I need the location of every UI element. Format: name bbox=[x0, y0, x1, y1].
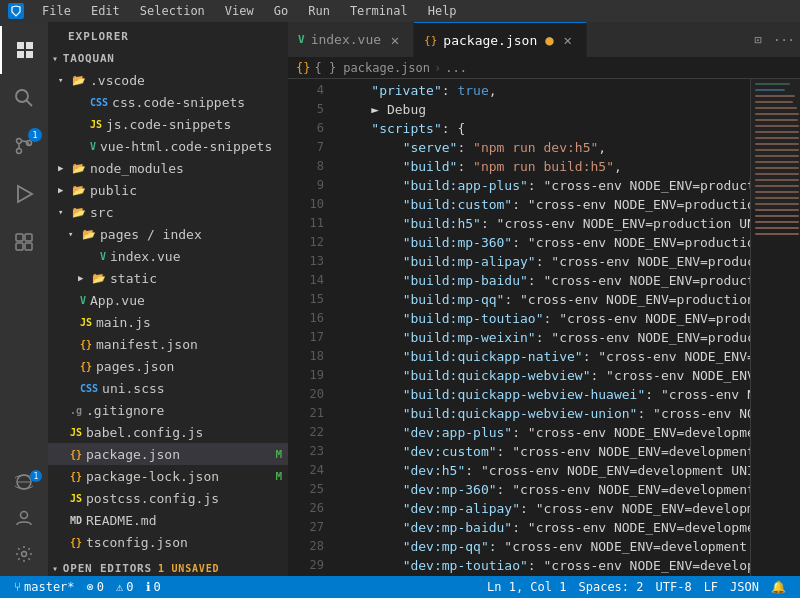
status-bar: ⑂ master* ⊗ 0 ⚠ 0 ℹ 0 Ln 1, Col 1 Spaces… bbox=[0, 576, 800, 598]
activity-search[interactable] bbox=[0, 74, 48, 122]
tree-item-package-json[interactable]: {}package.jsonM bbox=[48, 443, 288, 465]
tree-item-manifest-json[interactable]: {}manifest.json bbox=[48, 333, 288, 355]
tree-item-App-vue[interactable]: VApp.vue bbox=[48, 289, 288, 311]
svg-rect-6 bbox=[16, 234, 23, 241]
tree-item--vscode[interactable]: ▾📂.vscode bbox=[48, 69, 288, 91]
activity-bar: 1 1 bbox=[0, 22, 48, 576]
activity-remote[interactable]: 1 bbox=[0, 464, 48, 500]
info-status[interactable]: ℹ 0 bbox=[140, 576, 167, 598]
svg-rect-8 bbox=[16, 243, 23, 250]
tab-label: package.json bbox=[443, 33, 537, 48]
project-name: TAOQUAN bbox=[63, 52, 115, 65]
svg-rect-39 bbox=[755, 233, 799, 235]
tree-item-index-vue[interactable]: Vindex.vue bbox=[48, 245, 288, 267]
tree-label: README.md bbox=[86, 513, 288, 528]
tab-index-vue[interactable]: V index.vue ✕ bbox=[288, 22, 414, 57]
menu-selection[interactable]: Selection bbox=[132, 2, 213, 20]
activity-source-control[interactable]: 1 bbox=[0, 122, 48, 170]
language-status[interactable]: JSON bbox=[724, 576, 765, 598]
explorer-section-header[interactable]: ▾ TAOQUAN bbox=[48, 47, 288, 69]
tree-item-postcss-config-js[interactable]: JSpostcss.config.js bbox=[48, 487, 288, 509]
tree-item-package-lock-json[interactable]: {}package-lock.jsonM bbox=[48, 465, 288, 487]
tree-label: manifest.json bbox=[96, 337, 288, 352]
folder-icon: 📂 bbox=[72, 162, 86, 175]
code-line: "dev:mp-toutiao": "cross-env NODE_ENV=de… bbox=[340, 556, 750, 575]
json-breadcrumb-icon: {} bbox=[296, 61, 310, 75]
feedback-status[interactable]: 🔔 bbox=[765, 576, 792, 598]
more-actions-btn[interactable]: ··· bbox=[772, 28, 796, 52]
tree-item-vue-html-code-snippets[interactable]: Vvue-html.code-snippets bbox=[48, 135, 288, 157]
tree-item-pages-json[interactable]: {}pages.json bbox=[48, 355, 288, 377]
position-status[interactable]: Ln 1, Col 1 bbox=[481, 576, 572, 598]
activity-extensions[interactable] bbox=[0, 218, 48, 266]
errors-status[interactable]: ⊗ 0 bbox=[81, 576, 110, 598]
tree-item-pages - index[interactable]: ▾📂pages / index bbox=[48, 223, 288, 245]
spaces-status[interactable]: Spaces: 2 bbox=[572, 576, 649, 598]
tree-item-static[interactable]: ▶📂static bbox=[48, 267, 288, 289]
tree-item-node_modules[interactable]: ▶📂node_modules bbox=[48, 157, 288, 179]
code-editor[interactable]: "private": true, ► Debug "scripts": { "s… bbox=[330, 79, 750, 576]
tab-close-icon[interactable]: ✕ bbox=[387, 32, 403, 48]
file-badge: M bbox=[275, 448, 282, 461]
code-line: "build:quickapp-webview-union": "cross-e… bbox=[340, 404, 750, 423]
folder-icon: 📂 bbox=[72, 206, 86, 219]
file-icon: JS bbox=[80, 317, 92, 328]
tree-item-README-md[interactable]: MDREADME.md bbox=[48, 509, 288, 531]
file-badge: M bbox=[275, 470, 282, 483]
minimap bbox=[750, 79, 800, 576]
activity-run[interactable] bbox=[0, 170, 48, 218]
tree-item--gitignore[interactable]: .g.gitignore bbox=[48, 399, 288, 421]
tree-item-public[interactable]: ▶📂public bbox=[48, 179, 288, 201]
tab-package-json[interactable]: {} package.json ● ✕ bbox=[414, 22, 587, 57]
menu-run[interactable]: Run bbox=[300, 2, 338, 20]
activity-account[interactable] bbox=[0, 500, 48, 536]
info-icon: ℹ bbox=[146, 580, 151, 594]
file-icon: JS bbox=[70, 493, 82, 504]
branch-status[interactable]: ⑂ master* bbox=[8, 576, 81, 598]
menu-view[interactable]: View bbox=[217, 2, 262, 20]
breadcrumb-file[interactable]: { } package.json bbox=[314, 61, 430, 75]
breadcrumb-section[interactable]: ... bbox=[445, 61, 467, 75]
tree-label: js.code-snippets bbox=[106, 117, 288, 132]
menu-edit[interactable]: Edit bbox=[83, 2, 128, 20]
remote-badge: 1 bbox=[30, 470, 42, 482]
encoding-status[interactable]: UTF-8 bbox=[650, 576, 698, 598]
tree-item-js-code-snippets[interactable]: JSjs.code-snippets bbox=[48, 113, 288, 135]
error-count: 0 bbox=[97, 580, 104, 594]
file-icon: CSS bbox=[80, 383, 98, 394]
file-icon: V bbox=[90, 141, 96, 152]
svg-rect-40 bbox=[751, 79, 800, 209]
code-line: "build:quickapp-native": "cross-env NODE… bbox=[340, 347, 750, 366]
code-line: "dev:mp-alipay": "cross-env NODE_ENV=dev… bbox=[340, 499, 750, 518]
menu-go[interactable]: Go bbox=[266, 2, 296, 20]
code-line: ► Debug bbox=[340, 100, 750, 119]
tree-item-src[interactable]: ▾📂src bbox=[48, 201, 288, 223]
open-editors-header[interactable]: ▾ OPEN EDITORS 1 UNSAVED bbox=[48, 557, 288, 576]
menu-file[interactable]: File bbox=[34, 2, 79, 20]
tree-item-babel-config-js[interactable]: JSbabel.config.js bbox=[48, 421, 288, 443]
svg-point-11 bbox=[21, 512, 28, 519]
tree-item-tsconfig-json[interactable]: {}tsconfig.json bbox=[48, 531, 288, 553]
warnings-status[interactable]: ⚠ 0 bbox=[110, 576, 139, 598]
tabs-actions: ⊡ ··· bbox=[746, 28, 800, 52]
menu-help[interactable]: Help bbox=[420, 2, 465, 20]
tree-arrow: ▾ bbox=[58, 75, 70, 85]
warning-count: 0 bbox=[126, 580, 133, 594]
file-icon: {} bbox=[70, 471, 82, 482]
activity-explorer[interactable] bbox=[0, 26, 48, 74]
folder-icon: 📂 bbox=[92, 272, 106, 285]
line-ending-status[interactable]: LF bbox=[698, 576, 724, 598]
tree-item-uni-scss[interactable]: CSSuni.scss bbox=[48, 377, 288, 399]
tab-label: index.vue bbox=[311, 32, 381, 47]
menu-terminal[interactable]: Terminal bbox=[342, 2, 416, 20]
tree-label: tsconfig.json bbox=[86, 535, 288, 550]
svg-marker-5 bbox=[18, 186, 32, 202]
sidebar-title: EXPLORER bbox=[48, 22, 288, 47]
activity-settings[interactable] bbox=[0, 536, 48, 572]
tab-close-icon[interactable]: ✕ bbox=[560, 32, 576, 48]
tree-item-main-js[interactable]: JSmain.js bbox=[48, 311, 288, 333]
file-icon: {} bbox=[70, 537, 82, 548]
split-editor-btn[interactable]: ⊡ bbox=[746, 28, 770, 52]
file-icon: JS bbox=[70, 427, 82, 438]
tree-item-css-code-snippets[interactable]: CSScss.code-snippets bbox=[48, 91, 288, 113]
